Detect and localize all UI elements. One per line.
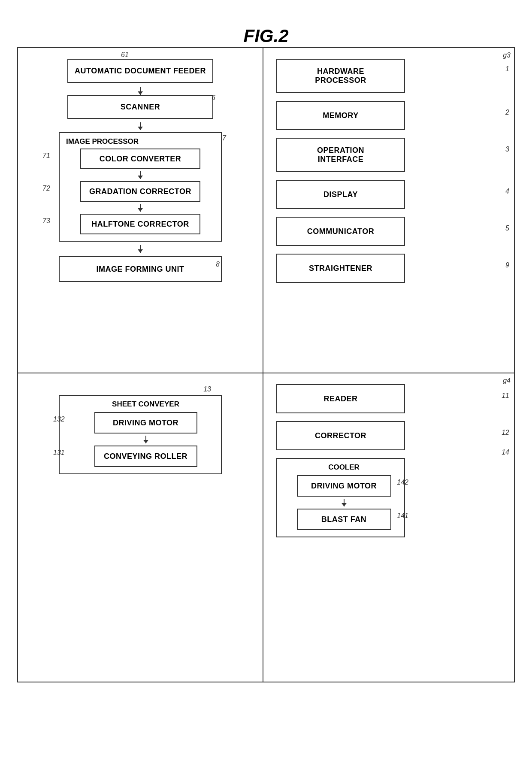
operation-interface-box: OPERATION INTERFACE	[276, 138, 405, 172]
hardware-processor-box: HARDWARE PROCESSOR	[276, 59, 405, 93]
communicator-box: COMMUNICATOR	[276, 217, 405, 246]
arrow-cc-gc	[140, 171, 141, 179]
ref-communicator: 5	[505, 224, 509, 232]
cooler-label: COOLER	[290, 463, 398, 472]
arrow-scanner-ip	[140, 122, 141, 130]
arrow-dm2-bf	[344, 499, 345, 506]
ref-corrector: 12	[502, 429, 509, 437]
arrow-dm-cr	[145, 436, 146, 443]
ref-gradation-corrector: 72	[42, 185, 50, 192]
ref-conveying-roller: 131	[53, 449, 65, 457]
memory-box: MEMORY	[276, 101, 405, 130]
image-processor-label: IMAGE PROCESSOR	[66, 137, 215, 146]
ref-image-forming: 8	[216, 261, 220, 268]
straightener-box: STRAIGHTENER	[276, 254, 405, 283]
display-box: DISPLAY	[276, 180, 405, 209]
ref-driving-motor: 132	[53, 415, 65, 423]
arrow-gc-hc	[140, 204, 141, 212]
ref-scanner: 6	[212, 94, 215, 102]
scanner-box: SCANNER	[67, 95, 213, 119]
ref-adf: 61	[121, 51, 129, 59]
ref-halftone-corrector: 73	[42, 217, 50, 225]
reader-box: READER	[276, 384, 405, 413]
ref-color-converter: 71	[42, 152, 50, 160]
ref-cooler: 14	[502, 449, 509, 456]
ref-sheet-conveyer: 13	[203, 385, 211, 393]
ref-display: 4	[505, 188, 509, 195]
ref-memory: 2	[505, 109, 509, 116]
ref-hw-proc: 1	[505, 65, 509, 73]
page-title: FIG.2	[0, 26, 532, 46]
ref-reader: 11	[502, 392, 509, 400]
gradation-corrector-box: GRADATION CORRECTOR	[80, 181, 200, 202]
arrow-adf-scanner	[140, 87, 141, 95]
adf-box: AUTOMATIC DOCUMENT FEEDER	[67, 59, 213, 83]
driving-motor-box: DRIVING MOTOR	[94, 412, 197, 434]
conveying-roller-box: CONVEYING ROLLER	[94, 446, 197, 467]
corrector-box: CORRECTOR	[276, 421, 405, 450]
ref-blast-fan: 141	[397, 512, 408, 520]
ref-straightener: 9	[505, 261, 509, 269]
ref-image-processor: 7	[222, 134, 226, 142]
image-forming-box: IMAGE FORMING UNIT	[59, 256, 222, 282]
driving-motor2-box: DRIVING MOTOR	[297, 475, 391, 497]
color-converter-box: COLOR CONVERTER	[80, 149, 200, 169]
halftone-corrector-box: HALFTONE CORRECTOR	[80, 214, 200, 234]
arrow-ip-ifu	[140, 245, 141, 253]
ref-op-interface: 3	[505, 146, 509, 153]
blast-fan-box: BLAST FAN	[297, 509, 391, 530]
ref-driving-motor2: 142	[397, 479, 408, 486]
sheet-conveyer-label: SHEET CONVEYER	[77, 400, 215, 409]
